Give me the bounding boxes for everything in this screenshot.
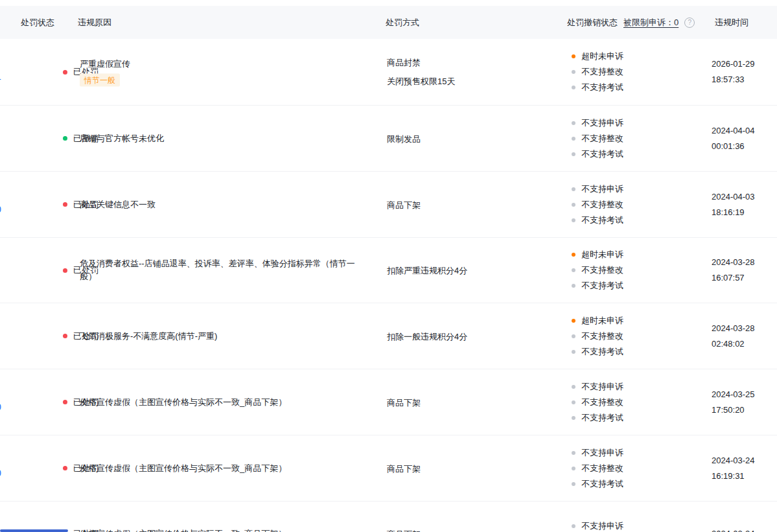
column-header-revoke-group: 处罚撤销状态 被限制申诉：0 ? [567,17,695,29]
status-dot-icon [63,70,67,75]
violation-time-cell: 2024-03-2802:48:02 [712,321,773,352]
table-row: 已处罚价格宣传虚假（主图宣传价格与实际不一致_商品下架）商品下架不支持申诉不支持… [0,502,777,532]
penalty-method-line: 商品下架 [387,459,555,478]
revoke-status-label: 不支持考试 [581,478,623,490]
violation-clock: 16:07:57 [712,270,773,286]
restricted-appeal-link[interactable]: 被限制申诉：0 [623,17,678,29]
revoke-status-label: 不支持考试 [581,148,623,160]
revoke-status-item: 不支持整改 [572,461,695,476]
revoke-status-label: 不支持申诉 [581,381,623,393]
revoke-dot-icon [572,524,575,528]
violation-time-cell: 2024-04-0318:16:19 [712,189,773,220]
violation-reason-text: 价格宣传虚假（主图宣传价格与实际不一致_商品下架） [80,462,371,475]
penalty-method-line: 商品下架 [387,525,555,532]
revoke-status-item: 不支持整改 [572,131,695,146]
revoke-dot-icon [572,400,575,404]
revoke-status-label: 不支持申诉 [581,520,623,532]
penalty-method-cell: 商品封禁关闭预售权限15天 [387,53,555,91]
revoke-status-label: 不支持整改 [581,66,623,78]
violation-time-cell: 2024-03-2816:07:57 [712,255,773,286]
revoke-status-label: 不支持申诉 [581,183,623,195]
status-dot-icon [63,202,67,207]
column-header-violation-reason: 违规原因 [78,17,111,29]
revoke-status-label: 超时未申诉 [581,249,623,260]
violation-reason-cell: 商品关键信息不一致 [80,198,371,211]
revoke-status-cell: 不支持申诉不支持整改不支持考试 [572,115,695,162]
violation-clock: 00:01:36 [712,139,773,154]
column-header-violation-time: 违规时间 [715,17,748,29]
revoke-status-label: 不支持整改 [581,397,623,408]
violation-id-link-clipped[interactable]: 1 [0,71,1,82]
status-dot-icon [63,268,67,273]
table-row: 已撤销店铺与官方帐号未优化限制发品不支持申诉不支持整改不支持考试2024-04-… [0,106,777,172]
table-header: 处罚状态 违规原因 处罚方式 处罚撤销状态 被限制申诉：0 ? 违规时间 [0,6,777,39]
violation-id-link-clipped[interactable]: 0 [0,402,1,412]
violation-time-cell: 2024-03-2517:50:20 [712,387,773,418]
revoke-status-item: 不支持申诉 [572,518,695,532]
revoke-status-item: 不支持申诉 [572,445,695,461]
penalty-method-cell: 商品下架 [387,525,555,532]
revoke-status-label: 不支持整改 [581,264,623,276]
violation-date: 2024-03-28 [712,255,773,270]
revoke-status-item: 不支持整改 [572,262,695,278]
revoke-status-item: 不支持考试 [572,278,695,294]
revoke-status-label: 超时未申诉 [581,51,623,62]
revoke-dot-icon [572,218,575,222]
violation-clock: 16:19:31 [712,468,773,484]
revoke-dot-icon [572,70,575,74]
penalty-table-screen: 处罚状态 违规原因 处罚方式 处罚撤销状态 被限制申诉：0 ? 违规时间 1已处… [0,0,777,532]
violation-id-link-clipped[interactable]: 0 [0,468,1,478]
violation-reason-cell: 价格宣传虚假（主图宣传价格与实际不一致_商品下架） [80,396,371,409]
penalty-method-cell: 商品下架 [387,393,555,411]
table-row: 0已处罚价格宣传虚假（主图宣传价格与实际不一致_商品下架）商品下架不支持申诉不支… [0,369,777,435]
column-header-revoke-status: 处罚撤销状态 [567,17,618,29]
revoke-status-label: 不支持整改 [581,199,623,211]
violation-time-cell: 2026-01-2918:57:33 [712,56,773,87]
revoke-status-item: 不支持考试 [572,80,695,95]
violation-clock: 18:57:33 [712,72,773,87]
table-row: 0已处罚商品关键信息不一致商品下架不支持申诉不支持整改不支持考试2024-04-… [0,172,777,238]
revoke-status-item: 不支持考试 [572,146,695,162]
violation-reason-cell: 价格宣传虚假（主图宣传价格与实际不一致_商品下架） [80,527,371,532]
revoke-status-item: 不支持整改 [572,197,695,213]
table-row: 已处罚危及消费者权益--店铺品退率、投诉率、差评率、体验分指标异常（情节一般）扣… [0,238,777,303]
violation-date: 2024-03-24 [712,453,773,468]
revoke-status-cell: 超时未申诉不支持整改不支持考试 [572,49,695,95]
table-row: 0已处罚价格宣传虚假（主图宣传价格与实际不一致_商品下架）商品下架不支持申诉不支… [0,435,777,502]
revoke-status-label: 不支持考试 [581,82,623,93]
revoke-status-cell: 超时未申诉不支持整改不支持考试 [572,313,695,360]
penalty-method-cell: 商品下架 [387,459,555,478]
penalty-method-line: 限制发品 [387,129,555,148]
status-dot-icon [63,136,67,141]
revoke-dot-icon [572,121,575,125]
revoke-status-label: 超时未申诉 [581,315,623,327]
revoke-status-item: 不支持整改 [572,329,695,344]
table-row: 1已处罚严重虚假宣传情节一般商品封禁关闭预售权限15天超时未申诉不支持整改不支持… [0,39,777,106]
table-row: 已处罚飞鸽消极服务-不满意度高(情节-严重)扣除一般违规积分4分超时未申诉不支持… [0,303,777,369]
revoke-dot-icon [572,253,575,257]
horizontal-scrollbar-thumb[interactable] [0,529,68,532]
column-header-penalty-status: 处罚状态 [21,17,54,29]
revoke-status-label: 不支持申诉 [581,117,623,129]
violation-reason-text: 严重虚假宣传 [80,58,371,71]
violation-reason-text: 价格宣传虚假（主图宣传价格与实际不一致_商品下架） [80,527,371,532]
penalty-method-cell: 限制发品 [387,129,555,148]
revoke-status-item: 不支持考试 [572,476,695,492]
revoke-dot-icon [572,203,575,207]
revoke-dot-icon [572,54,575,58]
revoke-dot-icon [572,467,575,470]
violation-date: 2024-03-24 [712,526,773,532]
status-dot-icon [63,466,67,470]
violation-reason-cell: 店铺与官方帐号未优化 [80,132,371,145]
violation-id-link-clipped[interactable]: 0 [0,204,1,214]
revoke-status-item: 不支持考试 [572,410,695,426]
revoke-status-label: 不支持申诉 [581,447,623,459]
revoke-dot-icon [572,416,575,420]
revoke-status-item: 超时未申诉 [572,49,695,64]
revoke-status-label: 不支持考试 [581,412,623,424]
help-question-icon[interactable]: ? [684,17,695,28]
violation-reason-text: 价格宣传虚假（主图宣传价格与实际不一致_商品下架） [80,396,371,409]
revoke-dot-icon [572,284,575,288]
violation-date: 2026-01-29 [712,56,773,72]
violation-reason-text: 商品关键信息不一致 [80,198,371,211]
